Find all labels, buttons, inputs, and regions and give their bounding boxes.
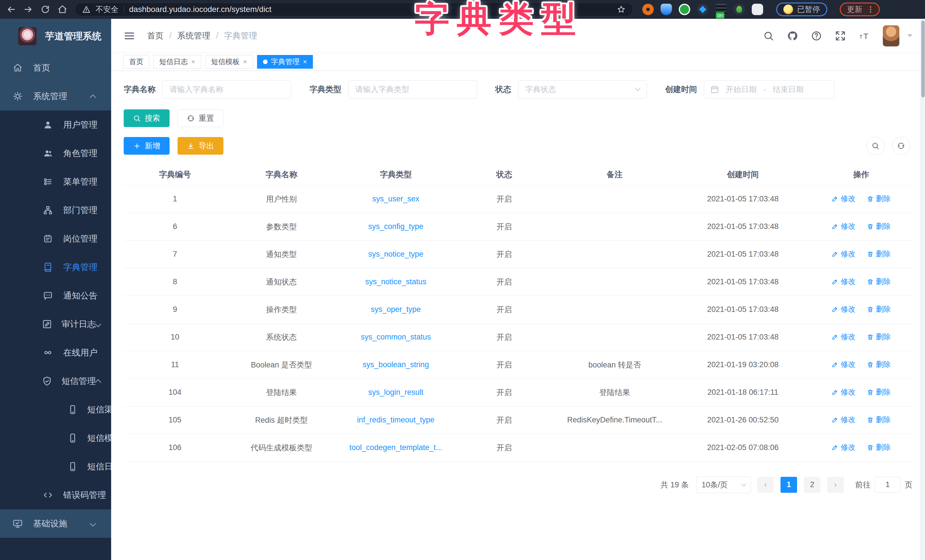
toggle-search-button[interactable] xyxy=(866,137,884,155)
sidebar-item[interactable]: 审计日志 xyxy=(0,310,111,339)
fullscreen-icon[interactable] xyxy=(835,30,846,41)
edit-link[interactable]: 修改 xyxy=(832,360,856,369)
edit-link[interactable]: 修改 xyxy=(832,221,856,231)
sidebar-item[interactable]: 用户管理 xyxy=(0,110,111,139)
refresh-table-button[interactable] xyxy=(892,137,910,155)
sidebar-item[interactable]: 岗位管理 xyxy=(0,224,111,253)
sidebar-item[interactable]: 通知公告 xyxy=(0,282,111,310)
dict-type-link[interactable]: sys_login_result xyxy=(368,388,423,396)
delete-link[interactable]: 删除 xyxy=(867,360,891,369)
browser-update-button[interactable]: 更新 xyxy=(840,3,880,16)
close-icon[interactable]: × xyxy=(191,59,195,65)
browser-back-icon[interactable] xyxy=(6,5,16,14)
delete-link[interactable]: 删除 xyxy=(867,249,891,259)
dict-type-link[interactable]: sys_oper_type xyxy=(371,305,421,314)
page-size-select[interactable]: 10条/页 xyxy=(696,477,751,493)
sidebar-item[interactable]: 角色管理 xyxy=(0,139,111,167)
extensions-puzzle-icon[interactable] xyxy=(752,4,763,15)
sidebar-item[interactable]: 短信日志 xyxy=(0,452,111,481)
view-tab[interactable]: 短信日志 × xyxy=(153,55,201,69)
status-select[interactable]: 字典状态 xyxy=(518,80,647,99)
reset-button[interactable]: 重置 xyxy=(178,109,223,127)
dict-type-link[interactable]: sys_user_sex xyxy=(372,194,419,203)
breadcrumb-system[interactable]: 系统管理 xyxy=(177,30,210,42)
extension-orange-icon[interactable] xyxy=(642,4,654,15)
sidebar-item[interactable]: 短信渠道 xyxy=(0,395,111,424)
dict-name-input[interactable] xyxy=(163,80,291,99)
view-tab[interactable]: 首页 xyxy=(123,55,149,69)
dict-type-link[interactable]: sys_common_status xyxy=(361,333,431,341)
close-icon[interactable]: × xyxy=(303,59,307,65)
dots-vertical-icon[interactable] xyxy=(866,5,875,14)
paused-extension-pill[interactable]: 已暂停 xyxy=(776,3,827,16)
delete-link[interactable]: 删除 xyxy=(867,332,891,342)
scrollbar-track[interactable] xyxy=(920,19,925,560)
sidebar-item[interactable]: 基础设施 xyxy=(0,509,111,538)
search-icon[interactable] xyxy=(763,30,774,41)
question-icon[interactable] xyxy=(811,30,822,41)
extension-green-circle-icon[interactable] xyxy=(679,4,690,15)
view-tab[interactable]: 短信模板 × xyxy=(205,55,253,69)
edit-link[interactable]: 修改 xyxy=(832,194,856,204)
prev-page-button[interactable]: ‹ xyxy=(757,477,774,493)
star-icon[interactable] xyxy=(617,5,625,14)
browser-reload-icon[interactable] xyxy=(41,5,50,14)
browser-forward-icon[interactable] xyxy=(23,5,33,14)
extension-diamond-icon[interactable] xyxy=(697,4,708,15)
delete-link[interactable]: 删除 xyxy=(867,304,891,314)
delete-link[interactable]: 删除 xyxy=(867,443,891,452)
dict-type-link[interactable]: tool_codegen_template_t... xyxy=(350,443,442,452)
hamburger-icon[interactable] xyxy=(124,30,135,42)
fontsize-icon[interactable]: TT xyxy=(859,30,870,41)
sidebar-item[interactable]: 短信模板 xyxy=(0,424,111,452)
close-icon[interactable]: × xyxy=(243,59,247,65)
edit-link[interactable]: 修改 xyxy=(832,249,856,259)
edit-link[interactable]: 修改 xyxy=(832,332,856,342)
dict-type-link[interactable]: sys_notice_type xyxy=(368,250,423,258)
edit-link[interactable]: 修改 xyxy=(832,415,856,425)
address-bar[interactable]: 不安全 dashboard.yudao.iocoder.cn/system/di… xyxy=(75,3,633,16)
edit-link[interactable]: 修改 xyxy=(832,443,856,452)
dict-type-link[interactable]: sys_notice_status xyxy=(365,277,426,286)
sidebar-item[interactable]: 菜单管理 xyxy=(0,167,111,196)
view-tab[interactable]: 字典管理 × xyxy=(257,55,313,69)
url-text[interactable]: dashboard.yudao.iocoder.cn/system/dict xyxy=(129,5,612,14)
delete-link[interactable]: 删除 xyxy=(867,194,891,204)
sidebar-item[interactable]: 在线用户 xyxy=(0,339,111,367)
extension-plant-icon[interactable] xyxy=(734,4,745,15)
delete-link[interactable]: 删除 xyxy=(867,387,891,397)
extension-blue-icon[interactable] xyxy=(661,4,672,15)
edit-link[interactable]: 修改 xyxy=(832,277,856,286)
security-chip-label[interactable]: 不安全 xyxy=(95,4,119,15)
delete-link[interactable]: 删除 xyxy=(867,415,891,425)
export-button[interactable]: 导出 xyxy=(178,137,223,155)
delete-link[interactable]: 删除 xyxy=(867,221,891,231)
next-page-button[interactable]: › xyxy=(827,477,844,493)
page-number-button[interactable]: 2 xyxy=(804,477,820,493)
search-button[interactable]: 搜索 xyxy=(124,109,170,127)
scrollbar-thumb[interactable] xyxy=(921,21,925,98)
sidebar-item[interactable]: 系统管理 xyxy=(0,82,111,110)
delete-link[interactable]: 删除 xyxy=(867,277,891,286)
edit-link[interactable]: 修改 xyxy=(832,387,856,397)
page-number-button[interactable]: 1 xyxy=(780,477,797,493)
dict-type-link[interactable]: sys_config_type xyxy=(368,222,423,231)
goto-page-input[interactable] xyxy=(875,477,901,493)
user-avatar[interactable] xyxy=(883,26,899,47)
sidebar-item[interactable]: 短信管理 xyxy=(0,367,111,395)
dict-type-link[interactable]: inf_redis_timeout_type xyxy=(357,415,435,424)
github-icon[interactable] xyxy=(787,30,798,41)
sidebar-item[interactable]: 部门管理 xyxy=(0,196,111,224)
dict-type-link[interactable]: sys_boolean_string xyxy=(363,360,429,369)
edit-link[interactable]: 修改 xyxy=(832,304,856,314)
breadcrumb-home[interactable]: 首页 xyxy=(147,30,164,42)
browser-home-icon[interactable] xyxy=(57,5,67,14)
caret-down-icon[interactable] xyxy=(907,34,913,37)
extension-lines-icon[interactable]: on xyxy=(715,4,727,15)
sidebar-item[interactable]: 错误码管理 xyxy=(0,481,111,509)
create-time-range-picker[interactable]: 开始日期 - 结束日期 xyxy=(704,80,835,99)
sidebar-item[interactable]: 字典管理 xyxy=(0,253,111,282)
add-button[interactable]: 新增 xyxy=(124,137,170,155)
sidebar-item[interactable]: 首页 xyxy=(0,54,111,82)
dict-type-input[interactable] xyxy=(348,80,477,99)
